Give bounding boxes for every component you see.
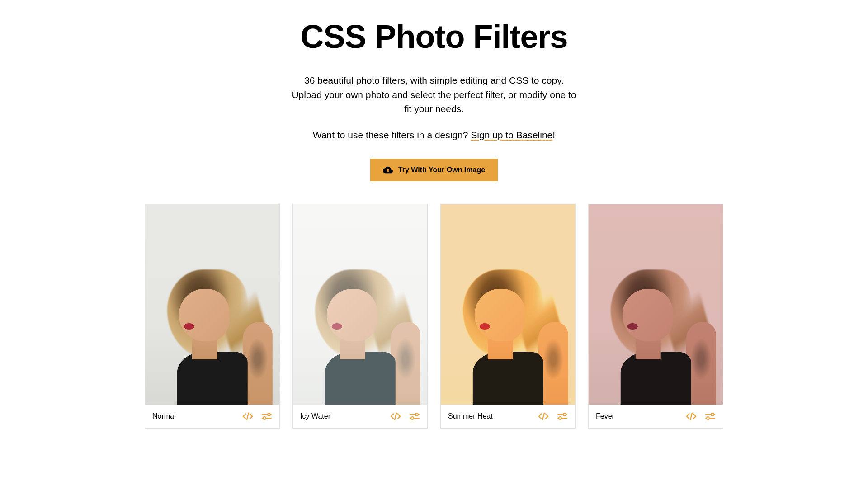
filter-footer: Icy Water bbox=[293, 405, 427, 428]
svg-point-9 bbox=[411, 417, 414, 419]
filter-preview[interactable] bbox=[293, 204, 427, 405]
filter-footer: Normal bbox=[145, 405, 279, 428]
sliders-icon bbox=[705, 412, 716, 421]
edit-filter-button[interactable] bbox=[409, 411, 420, 422]
code-icon bbox=[390, 412, 401, 421]
code-icon bbox=[686, 412, 697, 421]
filter-name-label: Normal bbox=[152, 412, 176, 420]
svg-point-3 bbox=[268, 413, 270, 416]
edit-filter-button[interactable] bbox=[705, 411, 716, 422]
svg-point-14 bbox=[559, 417, 561, 419]
edit-filter-button[interactable] bbox=[261, 411, 272, 422]
svg-point-8 bbox=[415, 413, 418, 416]
filter-preview[interactable] bbox=[441, 204, 575, 405]
filter-card-fever: Fever bbox=[588, 204, 723, 429]
filter-name-label: Icy Water bbox=[300, 412, 330, 420]
sliders-icon bbox=[409, 412, 420, 421]
filter-card-normal: Normal bbox=[145, 204, 280, 429]
filter-card-icy-water: Icy Water bbox=[292, 204, 428, 429]
svg-line-15 bbox=[690, 413, 692, 419]
filter-actions bbox=[686, 411, 716, 422]
sample-photo bbox=[145, 204, 279, 405]
svg-line-5 bbox=[395, 413, 396, 419]
cta-text: Want to use these filters in a design? S… bbox=[145, 130, 723, 141]
filter-actions bbox=[538, 411, 568, 422]
svg-point-4 bbox=[263, 417, 266, 419]
cloud-upload-icon bbox=[383, 165, 393, 175]
svg-line-0 bbox=[247, 413, 249, 419]
filter-actions bbox=[242, 411, 272, 422]
filter-actions bbox=[390, 411, 420, 422]
edit-filter-button[interactable] bbox=[557, 411, 568, 422]
code-icon bbox=[242, 412, 253, 421]
page-title: CSS Photo Filters bbox=[145, 18, 723, 55]
copy-css-button[interactable] bbox=[686, 411, 697, 422]
copy-css-button[interactable] bbox=[242, 411, 253, 422]
svg-line-10 bbox=[542, 413, 544, 419]
sliders-icon bbox=[557, 412, 568, 421]
filter-preview[interactable] bbox=[589, 204, 723, 405]
svg-point-19 bbox=[707, 417, 709, 419]
signup-link[interactable]: Sign up to Baseline bbox=[471, 130, 552, 140]
filter-footer: Fever bbox=[589, 405, 723, 428]
filter-footer: Summer Heat bbox=[441, 405, 575, 428]
filter-name-label: Fever bbox=[596, 412, 614, 420]
sliders-icon bbox=[261, 412, 272, 421]
svg-point-13 bbox=[563, 413, 566, 416]
filters-grid: Normal bbox=[145, 204, 723, 429]
upload-button-label: Try With Your Own Image bbox=[398, 166, 485, 174]
filter-card-summer-heat: Summer Heat bbox=[440, 204, 576, 429]
upload-button[interactable]: Try With Your Own Image bbox=[370, 159, 498, 181]
cta-prefix: Want to use these filters in a design? bbox=[313, 130, 471, 140]
copy-css-button[interactable] bbox=[390, 411, 401, 422]
cta-suffix: ! bbox=[552, 130, 555, 140]
page-description: 36 beautiful photo filters, with simple … bbox=[289, 73, 579, 116]
code-icon bbox=[538, 412, 549, 421]
svg-point-18 bbox=[711, 413, 714, 416]
filter-preview[interactable] bbox=[145, 204, 279, 405]
filter-name-label: Summer Heat bbox=[448, 412, 493, 420]
copy-css-button[interactable] bbox=[538, 411, 549, 422]
